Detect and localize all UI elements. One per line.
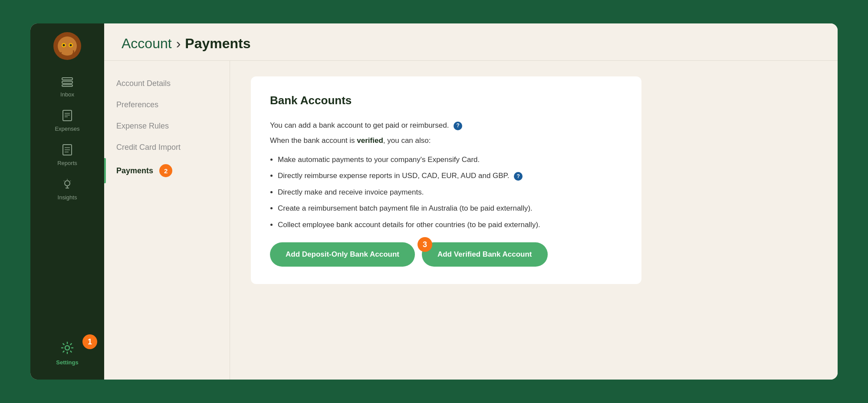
svg-point-18 [65, 181, 70, 186]
add-verified-bank-button[interactable]: Add Verified Bank Account [422, 242, 548, 267]
app-container: Inbox Expenses [30, 23, 838, 380]
sidebar-item-settings-label: Settings [56, 359, 78, 366]
header: Account › Payments [104, 23, 838, 61]
card-body: You can add a bank account to get paid o… [270, 119, 622, 267]
help-icon-1[interactable]: ? [454, 122, 462, 130]
content-area: Account Details Preferences Expense Rule… [104, 61, 838, 380]
sub-sidebar: Account Details Preferences Expense Rule… [104, 61, 230, 380]
payments-badge: 2 [159, 164, 172, 177]
sidebar-item-expenses[interactable]: Expenses [30, 105, 104, 137]
svg-point-6 [64, 47, 70, 51]
sidebar-item-expenses-label: Expenses [55, 126, 79, 132]
sidebar-item-inbox[interactable]: Inbox [30, 72, 104, 103]
bank-accounts-card: Bank Accounts You can add a bank account… [251, 76, 641, 284]
page-content: Bank Accounts You can add a bank account… [230, 61, 838, 380]
intro-line2: When the bank account is verified, you c… [270, 135, 622, 147]
sub-nav-payments[interactable]: Payments 2 [104, 158, 230, 183]
add-deposit-only-button[interactable]: Add Deposit-Only Bank Account [270, 242, 415, 267]
inbox-icon [62, 77, 73, 89]
breadcrumb-current: Payments [185, 36, 250, 52]
list-item: Directly make and receive invoice paymen… [278, 187, 622, 198]
list-item: Create a reimbursement batch payment fil… [278, 203, 622, 214]
sidebar-item-reports-label: Reports [57, 160, 77, 166]
main-area: Account › Payments Account Details Prefe… [104, 23, 838, 380]
sidebar-item-settings[interactable]: 1 Settings [30, 336, 104, 371]
svg-rect-7 [62, 78, 72, 80]
breadcrumb: Account › Payments [122, 36, 820, 52]
list-item: Collect employee bank account details fo… [278, 219, 622, 231]
sidebar-item-inbox-label: Inbox [60, 91, 74, 98]
list-item: Directly reimburse expense reports in US… [278, 170, 622, 182]
benefits-list: Make automatic payments to your company'… [278, 154, 622, 231]
list-item: Make automatic payments to your company'… [278, 154, 622, 165]
svg-point-4 [63, 44, 65, 46]
intro-line1: You can add a bank account to get paid o… [270, 119, 622, 132]
card-title: Bank Accounts [270, 94, 622, 107]
settings-gear-icon [61, 341, 74, 357]
sub-nav-preferences[interactable]: Preferences [104, 94, 230, 116]
sub-nav-credit-card-import[interactable]: Credit Card Import [104, 137, 230, 158]
sidebar-item-insights[interactable]: Insights [30, 173, 104, 206]
expenses-icon [62, 110, 72, 123]
sidebar-nav: Inbox Expenses [30, 72, 104, 336]
insights-icon [62, 178, 73, 192]
sidebar-item-reports[interactable]: Reports [30, 139, 104, 172]
svg-line-23 [70, 181, 71, 181]
settings-badge: 1 [82, 334, 97, 349]
svg-rect-8 [62, 81, 72, 83]
svg-point-24 [65, 346, 69, 350]
sidebar: Inbox Expenses [30, 23, 104, 380]
svg-rect-10 [63, 110, 72, 121]
svg-rect-9 [62, 85, 72, 86]
svg-line-22 [64, 181, 64, 181]
sidebar-item-insights-label: Insights [58, 194, 77, 201]
breadcrumb-chevron: › [176, 36, 181, 52]
logo-avatar[interactable] [53, 32, 81, 60]
sub-nav-account-details[interactable]: Account Details [104, 73, 230, 94]
breadcrumb-parent[interactable]: Account [122, 36, 172, 52]
svg-point-5 [70, 44, 72, 46]
reports-icon [62, 144, 72, 157]
help-icon-2[interactable]: ? [514, 172, 523, 181]
sub-nav-expense-rules[interactable]: Expense Rules [104, 116, 230, 137]
button-row: Add Deposit-Only Bank Account Add Verifi… [270, 242, 622, 267]
